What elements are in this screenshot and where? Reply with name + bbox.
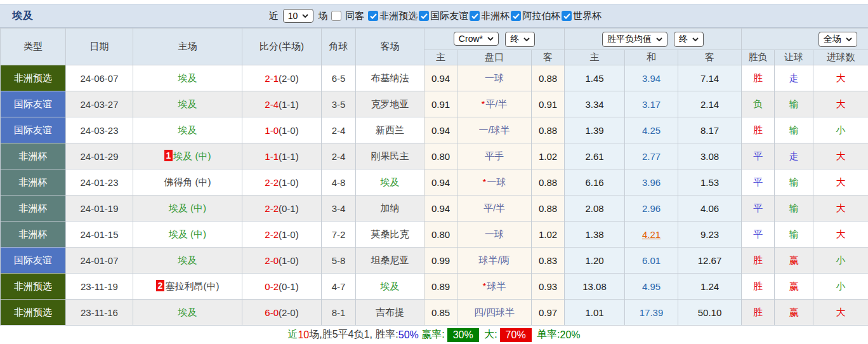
sub-header-goals: 进球数 xyxy=(813,50,868,65)
avg-draw-odds: 4.21 xyxy=(625,222,678,248)
competition-filter-item: 国际友谊 xyxy=(418,10,468,22)
checkbox-competition[interactable] xyxy=(368,11,378,21)
avg-draw-odds: 2.77 xyxy=(625,143,678,169)
scope-select[interactable]: 全场 xyxy=(819,32,857,47)
chevron-down-icon xyxy=(487,37,494,41)
checkbox-competition[interactable] xyxy=(562,11,572,21)
sub-header-handicap-result: 让球 xyxy=(775,50,813,65)
handicap-text: 平手 xyxy=(485,150,504,161)
avg-away-odds: 50.10 xyxy=(678,300,742,326)
team-name: 布基纳法 xyxy=(371,72,409,83)
avg-draw-value: 2.96 xyxy=(642,203,661,214)
handicap-result-cell: 走 xyxy=(775,143,813,169)
full-time-score: 2-1 xyxy=(265,73,279,84)
competition-filter-label: 非洲杯 xyxy=(481,10,510,22)
summary-text: 近 xyxy=(287,328,298,341)
match-table-body: 非洲预选24-06-07埃及2-1(2-0)6-5布基纳法0.94一球0.881… xyxy=(1,65,868,326)
summary-text: 大: xyxy=(482,328,497,341)
games-label: 场 xyxy=(318,10,327,22)
team-name: 埃及 xyxy=(178,124,197,135)
result-cell: 胜 xyxy=(742,274,775,300)
odds-home: 0.85 xyxy=(424,300,457,326)
handicap-text: 一球 xyxy=(485,228,504,239)
handicap-text: 一球 xyxy=(485,72,504,83)
match-type-badge: 国际友谊 xyxy=(1,91,66,117)
avg-home-odds: 2.61 xyxy=(565,143,625,169)
avg-away-odds: 1.53 xyxy=(678,169,742,195)
avg-away-odds: 9.23 xyxy=(678,222,742,248)
avg-draw-value[interactable]: 4.21 xyxy=(642,229,661,240)
result-cell: 平 xyxy=(742,222,775,248)
handicap-star-icon: * xyxy=(483,176,487,187)
chevron-down-icon xyxy=(302,14,308,18)
handicap-text: 四/四球半 xyxy=(474,307,515,317)
bookmaker-state-select[interactable]: 终 xyxy=(505,32,535,47)
avg-state-select[interactable]: 终 xyxy=(674,32,704,47)
avg-draw-value: 3.96 xyxy=(642,177,661,188)
odds-home: 0.80 xyxy=(424,222,457,248)
sub-header-odds-away: 客 xyxy=(532,50,565,65)
avg-draw-value: 4.95 xyxy=(642,281,661,292)
full-time-score: 1-1 xyxy=(265,151,279,162)
handicap-result-cell: 输 xyxy=(775,222,813,248)
bookmaker-select[interactable]: Crow* xyxy=(454,32,499,46)
checkbox-competition[interactable] xyxy=(419,11,429,21)
checkbox-competition[interactable] xyxy=(470,11,480,21)
rank-badge: 2 xyxy=(156,280,165,291)
away-team: 加纳 xyxy=(356,195,424,222)
handicap-line: *球半 xyxy=(457,274,532,300)
result-cell: 负 xyxy=(742,91,775,117)
home-team: 埃及 (中) xyxy=(133,222,242,248)
team-name: 克罗地亚 xyxy=(371,98,409,109)
table-row: 国际友谊24-03-27埃及2-4(1-1)3-5克罗地亚0.91*平/半0.9… xyxy=(1,91,868,117)
summary-text: 10 xyxy=(298,329,309,341)
odds-home: 0.91 xyxy=(424,91,457,117)
half-time-score: (1-1) xyxy=(279,151,299,162)
match-type-badge: 国际友谊 xyxy=(1,117,66,143)
table-row: 非洲预选23-11-192塞拉利昂(中)0-2(0-1)4-7埃及0.89*球半… xyxy=(1,274,868,300)
sub-header-avg-away: 客 xyxy=(678,50,742,65)
score-cell: 2-4(1-1) xyxy=(242,91,322,117)
home-team: 埃及 xyxy=(133,248,242,274)
avg-select[interactable]: 胜平负均值 xyxy=(602,32,667,47)
full-time-score: 2-2 xyxy=(265,229,279,240)
recent-count-select[interactable]: 10 xyxy=(283,9,314,23)
team-name: 坦桑尼亚 xyxy=(371,255,409,265)
avg-away-odds: 1.24 xyxy=(678,274,742,300)
competition-filter-item: 非洲预选 xyxy=(367,10,418,22)
odds-away: 0.91 xyxy=(532,91,565,117)
team-name: 新西兰 xyxy=(376,124,404,135)
checkbox-competition[interactable] xyxy=(511,11,521,21)
goals-result-cell: 大 xyxy=(813,143,868,169)
match-type-badge: 非洲杯 xyxy=(1,143,66,169)
summary-stat-pill: 30% xyxy=(447,328,479,342)
avg-home-odds: 3.34 xyxy=(565,91,625,117)
bookmaker-state-value: 终 xyxy=(510,34,519,45)
half-time-score: (0-1) xyxy=(279,203,299,214)
match-date: 24-01-07 xyxy=(66,248,133,274)
match-history-table: 类型 日期 主场 比分(半场) 角球 客场 Crow* 终 胜平负均值 xyxy=(0,28,868,326)
avg-away-odds: 12.67 xyxy=(678,248,742,274)
avg-draw-value: 17.39 xyxy=(640,307,664,318)
avg-away-odds: 2.14 xyxy=(678,91,742,117)
corner-score: 7-2 xyxy=(322,222,356,248)
handicap-result-cell: 赢 xyxy=(775,274,813,300)
away-team: 刚果民主 xyxy=(356,143,424,169)
corner-score: 2-4 xyxy=(322,143,356,169)
team-name: 莫桑比克 xyxy=(371,228,409,239)
col-header-date: 日期 xyxy=(66,29,133,65)
team-name: 佛得角 (中) xyxy=(164,176,211,187)
avg-home-odds: 2.08 xyxy=(565,195,625,222)
goals-result-cell: 小 xyxy=(813,274,868,300)
match-date: 23-11-16 xyxy=(66,300,133,326)
goals-result-cell: 大 xyxy=(813,195,868,222)
home-team: 埃及 xyxy=(133,117,242,143)
corner-score: 8-1 xyxy=(322,300,356,326)
result-cell: 平 xyxy=(742,169,775,195)
avg-draw-odds: 3.17 xyxy=(625,91,678,117)
full-time-score: 2-4 xyxy=(265,99,279,110)
full-time-score: 2-0 xyxy=(265,255,279,266)
corner-score: 2-4 xyxy=(322,117,356,143)
avg-draw-odds: 17.39 xyxy=(625,300,678,326)
checkbox-same-away[interactable] xyxy=(331,11,341,21)
